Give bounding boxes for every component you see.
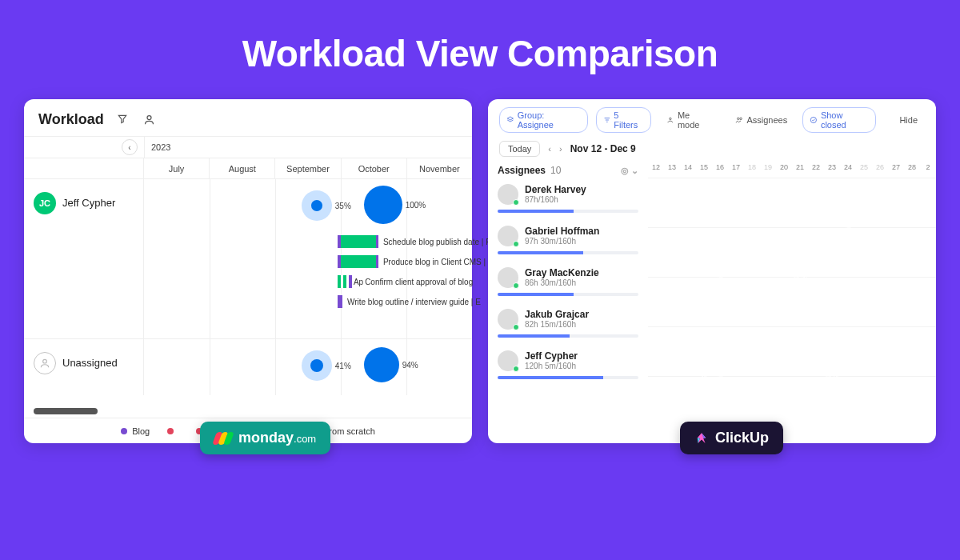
day-header: 21 (792, 163, 808, 178)
task-label: Schedule blog publish date | R (378, 238, 491, 246)
day-header: 16 (712, 163, 728, 178)
clickup-logo-icon (694, 431, 709, 446)
clickup-panel: Group: Assignee 5 Filters Me mode Assign… (488, 99, 936, 443)
capacity-bar (498, 251, 638, 254)
day-header: 13 (664, 163, 680, 178)
year-label: 2023 (144, 137, 170, 158)
assignee-name: Derek Harvey (525, 184, 586, 195)
avatar-jc: JC (34, 192, 56, 214)
overflow-tag: 2h (841, 226, 855, 231)
capacity-bar (498, 376, 638, 379)
workload-bubble[interactable] (302, 350, 332, 381)
bubble-pct: 94% (402, 361, 418, 370)
visibility-icon[interactable]: ◎ ⌄ (621, 166, 638, 176)
task-label: Confirm client approval of blog (363, 278, 473, 286)
date-range: Nov 12 - Dec 9 (570, 143, 636, 154)
workload-bubble[interactable] (302, 190, 332, 221)
svg-point-1 (43, 359, 47, 363)
prev-range-button[interactable]: ‹ (548, 144, 551, 154)
day-header: 27 (888, 163, 904, 178)
workload-lane: 2h4h 30 (648, 227, 936, 277)
workload-lane: 4h2h4h 15 (648, 326, 936, 376)
workload-bubble[interactable] (364, 186, 402, 224)
assignee-name: Gray MacKenzie (525, 267, 599, 278)
bubble-pct: 100% (406, 201, 426, 210)
avatar (498, 350, 518, 371)
capacity-bar (498, 293, 638, 296)
assignee-name: Gabriel Hoffman (525, 226, 599, 237)
filters-chip[interactable]: 5 Filters (596, 107, 652, 133)
capacity-bar (498, 334, 638, 338)
overflow-tag: 4h 30 (793, 275, 807, 281)
monday-brand-badge: monday.com (200, 422, 330, 454)
assignee-row[interactable]: Derek Harvey 87h/160h (498, 179, 638, 221)
page-title: Workload View Comparison (0, 0, 960, 75)
task-label: Write blog outline / interview guide | E (342, 298, 481, 306)
day-header: 22 (808, 163, 824, 178)
month-header: October (342, 158, 407, 178)
day-header: 25 (856, 163, 872, 178)
group-chip[interactable]: Group: Assignee (499, 107, 588, 133)
overflow-tag: 4h (697, 374, 711, 380)
assignees-header: Assignees (498, 165, 546, 176)
hide-button[interactable]: Hide (892, 112, 925, 128)
scrollbar-horizontal[interactable] (34, 408, 98, 414)
task-bar[interactable]: Ap Confirm client approval of blog (338, 275, 473, 288)
day-header: 12 (648, 163, 664, 178)
task-bar[interactable]: Produce blog in Client CMS | R (338, 255, 494, 268)
day-header: 19 (760, 163, 776, 178)
workload-bubble[interactable] (364, 347, 399, 382)
assignee-hours: 82h 15m/160h (525, 320, 589, 329)
month-header: November (407, 158, 472, 178)
assignee-row[interactable]: Gabriel Hoffman 97h 30m/160h (498, 221, 638, 262)
monday-logo-icon (214, 432, 232, 445)
overflow-tag: 1h 30 (825, 424, 839, 426)
overflow-tag: 2h (713, 374, 727, 380)
assignee-hours: 86h 30m/160h (525, 278, 599, 287)
assignee-row[interactable]: Jeff Cypher 120h 5m/160h (498, 346, 638, 387)
day-header: 28 (904, 163, 920, 178)
month-header: August (210, 158, 275, 178)
avatar (498, 226, 518, 246)
next-range-button[interactable]: › (559, 144, 562, 154)
svg-point-2 (670, 118, 671, 119)
monday-title: Workload (38, 111, 104, 128)
task-bar[interactable]: Schedule blog publish date | R (338, 235, 491, 248)
task-ap: Ap (352, 278, 363, 286)
day-header: 14 (680, 163, 696, 178)
avatar (498, 267, 518, 288)
svg-point-5 (810, 117, 816, 122)
day-header: 15 (696, 163, 712, 178)
overflow-tag: 2h (713, 275, 727, 281)
day-header: 2 (920, 163, 936, 178)
legend-item (167, 428, 178, 434)
person-name: Jeff Cypher (62, 192, 115, 209)
task-label: Produce blog in Client CMS | R (378, 258, 494, 266)
overflow-tag: 1h 15 (905, 424, 919, 426)
filter-icon[interactable] (114, 110, 131, 128)
assignee-hours: 120h 5m/160h (525, 362, 578, 370)
month-header: July (144, 158, 210, 178)
assignee-row[interactable]: Gray MacKenzie 86h 30m/160h (498, 262, 638, 304)
workload-row-unassigned: Unassigned 41% 94% (24, 339, 472, 395)
day-header: 20 (776, 163, 792, 178)
avatar-unassigned (34, 352, 56, 374)
assignee-row[interactable]: Jakub Grajcar 82h 15m/160h (498, 304, 638, 346)
workload-lane: 1h 301h 15 (648, 376, 936, 426)
workload-lane (648, 277, 936, 326)
task-bar[interactable]: Write blog outline / interview guide | E (338, 295, 481, 308)
prev-period-button[interactable]: ‹ (122, 139, 138, 155)
day-header: 23 (824, 163, 840, 178)
assignees-count: 10 (550, 165, 561, 176)
assignee-hours: 87h/160h (525, 195, 586, 204)
assignees-chip[interactable]: Assignees (728, 112, 794, 128)
day-header: 24 (840, 163, 856, 178)
person-icon[interactable] (141, 110, 158, 128)
me-mode-chip[interactable]: Me mode (659, 107, 720, 133)
monday-panel: Workload ‹ 2023 July August September Oc… (24, 99, 472, 443)
assignee-name: Jeff Cypher (525, 350, 578, 362)
workload-lane: 2h (648, 178, 936, 227)
today-button[interactable]: Today (499, 141, 540, 157)
show-closed-chip[interactable]: Show closed (802, 107, 876, 133)
clickup-brand-badge: ClickUp (680, 422, 783, 454)
